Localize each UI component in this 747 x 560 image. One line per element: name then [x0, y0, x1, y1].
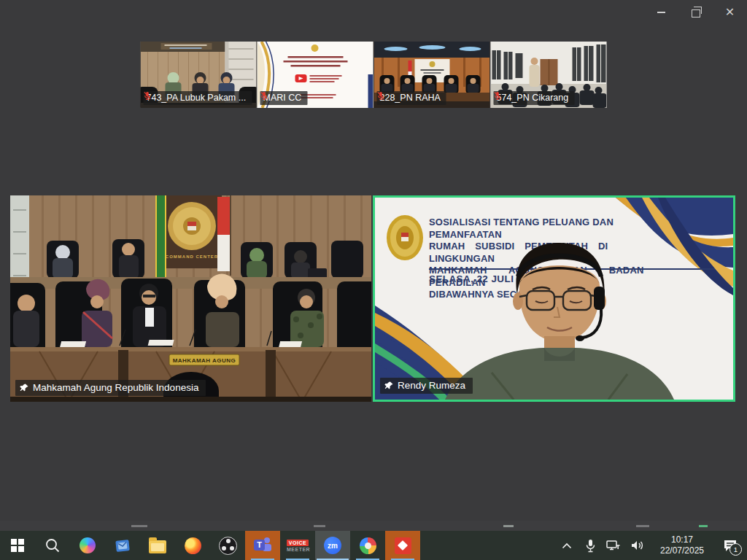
- minimize-icon: [657, 12, 665, 13]
- ghost-mark: [503, 525, 514, 527]
- muted-mic-icon: [144, 91, 152, 100]
- participant-name: MARI CC: [263, 93, 302, 103]
- taskbar-clock[interactable]: 10:17 22/07/2025: [651, 534, 713, 556]
- search-button[interactable]: [35, 531, 70, 560]
- participant-name: 574_PN Cikarang: [497, 93, 569, 103]
- video-tile-mahkamah-agung[interactable]: COMMAND CENTER: [10, 195, 371, 402]
- muted-mic-icon: [260, 91, 268, 100]
- copilot-button[interactable]: [70, 531, 105, 560]
- clock-date: 22/07/2025: [655, 545, 709, 556]
- speaker-portrait: [375, 198, 733, 400]
- participant-name: 228_PN RAHA: [380, 93, 441, 103]
- hidden-icons-button[interactable]: [557, 531, 576, 560]
- mail-app-icon: [114, 537, 131, 554]
- network-icon: [606, 540, 621, 551]
- mail-button[interactable]: [105, 531, 140, 560]
- ghost-mark: [314, 525, 325, 527]
- tray-network-button[interactable]: [604, 531, 623, 560]
- window-controls: ✕: [644, 0, 747, 25]
- firefox-icon: [185, 537, 201, 554]
- participant-name: Mahkamah Agung Republik Indonesia: [33, 382, 198, 393]
- pin-icon: [20, 383, 29, 392]
- participant-name-tag: 743_PA Lubuk Pakam ...: [144, 91, 252, 105]
- participant-filmstrip: 743_PA Lubuk Pakam ...: [141, 42, 607, 108]
- windows-taskbar: T VOICE MEETER zm: [0, 531, 747, 560]
- command-center-scene: COMMAND CENTER: [10, 195, 371, 402]
- muted-mic-icon: [377, 91, 385, 100]
- tray-microphone-button[interactable]: [581, 531, 600, 560]
- participant-name-tag: 574_PN Cikarang: [494, 91, 575, 105]
- command-center-sign: COMMAND CENTER: [166, 254, 218, 259]
- participant-name: 743_PA Lubuk Pakam ...: [147, 93, 247, 103]
- ghost-mark: [131, 525, 147, 527]
- participant-name-tag: Rendy Rumeza: [380, 378, 473, 394]
- ghost-mark: [699, 525, 708, 527]
- restore-button[interactable]: [678, 0, 713, 25]
- participant-name: Rendy Rumeza: [398, 380, 465, 391]
- ghost-mark: [636, 525, 649, 527]
- paint-button[interactable]: [350, 531, 385, 560]
- desktop-screen: ✕: [0, 0, 747, 560]
- close-button[interactable]: ✕: [713, 0, 747, 25]
- close-icon: ✕: [725, 7, 735, 18]
- paint-icon: [360, 537, 376, 554]
- muted-mic-icon: [494, 91, 502, 100]
- anydesk-button[interactable]: [385, 531, 420, 560]
- search-icon: [44, 537, 61, 553]
- zoom-icon: zm: [324, 537, 341, 554]
- obs-studio-icon: [219, 537, 237, 555]
- system-tray: 10:17 22/07/2025 1: [557, 531, 747, 560]
- speaker-icon: [630, 540, 644, 551]
- obs-button[interactable]: [210, 531, 245, 560]
- restore-icon: [692, 9, 700, 18]
- tray-volume-button[interactable]: [627, 531, 646, 560]
- background-window-sliver: [0, 521, 747, 531]
- video-thumb-pa-lubuk-pakam[interactable]: 743_PA Lubuk Pakam ...: [141, 42, 257, 108]
- desk-plaque: MAHKAMAH AGUNG: [173, 357, 236, 364]
- video-thumb-pn-cikarang[interactable]: 574_PN Cikarang: [491, 42, 607, 108]
- voicemeeter-icon: VOICE MEETER: [287, 540, 309, 552]
- microphone-icon: [585, 539, 596, 553]
- pin-icon: [384, 381, 394, 390]
- firefox-button[interactable]: [175, 531, 210, 560]
- participant-name-tag: Mahkamah Agung Republik Indonesia: [15, 380, 206, 396]
- windows-logo-icon: [11, 539, 24, 552]
- start-button[interactable]: [0, 531, 35, 560]
- voicemeeter-button[interactable]: VOICE MEETER: [280, 531, 315, 560]
- file-explorer-icon: [149, 540, 166, 553]
- participant-name-tag: MARI CC: [260, 91, 308, 105]
- microsoft-teams-icon: T: [254, 537, 271, 554]
- notification-badge: 1: [729, 543, 742, 556]
- minimize-button[interactable]: [644, 0, 678, 25]
- clock-time: 10:17: [655, 534, 709, 545]
- chevron-up-icon: [562, 542, 572, 549]
- participant-name-tag: 228_PN RAHA: [377, 91, 446, 105]
- video-tile-rendy-rumeza[interactable]: SOSIALISASI TENTANG PELUANG DAN PEMANFAA…: [373, 195, 735, 402]
- video-thumb-pn-raha[interactable]: 228_PN RAHA: [374, 42, 490, 108]
- notification-center-button[interactable]: 1: [718, 531, 743, 560]
- zoom-button[interactable]: zm: [315, 531, 350, 560]
- copilot-icon: [80, 537, 96, 553]
- teams-button[interactable]: T: [245, 531, 280, 560]
- anydesk-icon: [395, 537, 411, 554]
- video-thumb-mari-cc[interactable]: MARI CC: [258, 42, 374, 108]
- file-explorer-button[interactable]: [140, 531, 175, 560]
